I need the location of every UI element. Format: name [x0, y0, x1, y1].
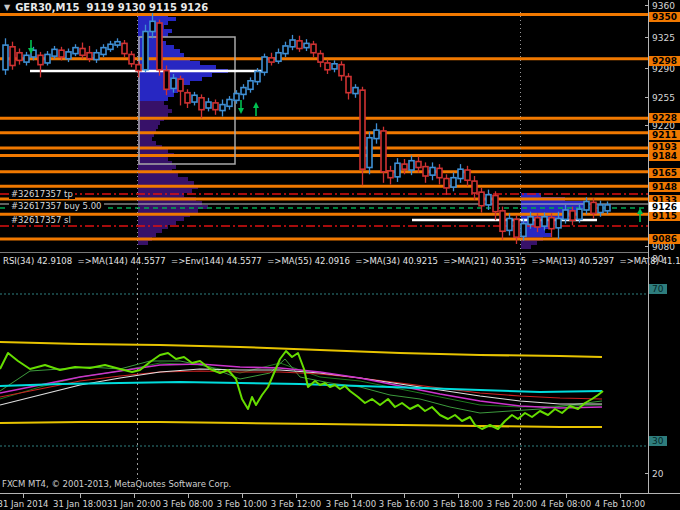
order-label[interactable]: #32617357 tp — [9, 190, 75, 199]
time-tick — [296, 494, 297, 498]
volume-profile-bar — [138, 209, 198, 213]
candle-body — [346, 77, 351, 93]
candle-body — [73, 48, 78, 54]
time-label: 3 Feb 08:00 — [163, 499, 213, 509]
axis-price-label: 9184 — [649, 151, 680, 161]
volume-profile-bar — [138, 217, 184, 221]
candle-body — [493, 196, 498, 212]
chart-menu-icon[interactable]: ▼ — [4, 3, 10, 12]
candle-body — [535, 218, 540, 227]
price-axis[interactable]: 9360935093259298929092559228922092119193… — [648, 0, 680, 493]
candle-body — [143, 32, 148, 70]
volume-profile-bar — [138, 229, 162, 233]
mt4-chart-window: ▼GER30,M15 9119 9130 9115 9126 #32617357… — [0, 0, 680, 510]
volume-profile-bar — [138, 73, 212, 77]
candle-body — [605, 205, 610, 211]
order-label[interactable]: #32617357 sl — [9, 216, 73, 225]
axis-price-label: 9298 — [649, 56, 680, 66]
volume-profile-bar — [138, 125, 158, 129]
time-tick — [23, 494, 24, 498]
rsi-indicator-panel[interactable]: RSI(34) 42.9108 =>MA(144) 44.5577 =>Env(… — [0, 252, 648, 493]
candle-body — [276, 53, 281, 62]
time-label: 3 Feb 10:00 — [217, 499, 267, 509]
candle-body — [52, 49, 57, 56]
volume-profile-bar — [138, 89, 178, 93]
candle-body — [486, 195, 491, 205]
axis-price-label: 80 — [649, 254, 680, 264]
trade-arrow-up-icon — [253, 102, 259, 108]
axis-price-label: 9165 — [649, 168, 680, 178]
candle-body — [66, 52, 71, 59]
price-chart-area[interactable]: ▼GER30,M15 9119 9130 9115 9126 #32617357… — [0, 0, 648, 252]
candle-body — [521, 224, 526, 237]
candle-body — [591, 202, 596, 213]
candle-body — [479, 192, 484, 206]
candle-body — [388, 171, 393, 178]
candle-body — [444, 179, 449, 188]
volume-profile-bar — [138, 189, 192, 193]
candle-body — [325, 63, 330, 70]
time-label: 31 Jan 18:00 — [53, 499, 107, 509]
volume-profile-bar — [138, 101, 164, 105]
time-label: 31 Jan 20:00 — [107, 499, 161, 509]
candle-body — [192, 95, 197, 102]
candle-body — [80, 49, 85, 56]
candle-body — [101, 48, 106, 55]
candle-body — [3, 45, 8, 70]
candle-body — [500, 211, 505, 231]
candle-body — [304, 43, 309, 47]
axis-price-label: 9350 — [649, 12, 680, 22]
candle-body — [213, 103, 218, 110]
candle-body — [584, 202, 589, 211]
candle-body — [318, 54, 323, 63]
candle-body — [255, 71, 260, 81]
candle-body — [297, 41, 302, 49]
candle-body — [122, 43, 127, 53]
candle-body — [269, 58, 274, 62]
volume-profile-bar — [138, 121, 160, 125]
candle-body — [598, 205, 603, 213]
candle-body — [290, 40, 295, 47]
chart-title: ▼GER30,M15 9119 9130 9115 9126 — [4, 1, 212, 13]
volume-profile-bar — [138, 77, 202, 81]
candle-body — [430, 168, 435, 176]
time-label: 4 Feb 08:00 — [541, 499, 591, 509]
copyright-label: FXCM MT4, © 2001-2013, MetaQuotes Softwa… — [2, 479, 231, 489]
candle-body — [17, 53, 22, 61]
volume-profile-bar — [138, 221, 176, 225]
volume-profile-bar — [138, 149, 168, 153]
indicator-line-env-lower — [0, 422, 602, 427]
volume-profile-bar — [138, 17, 176, 21]
trade-arrow-down-icon — [238, 108, 244, 114]
order-label[interactable]: #32617357 buy 5.00 — [9, 202, 104, 211]
candle-body — [227, 100, 232, 107]
candle-body — [556, 219, 561, 228]
time-label: 31 Jan 2014 — [0, 499, 48, 509]
rsi-plot[interactable] — [0, 253, 648, 492]
time-tick — [512, 494, 513, 498]
candle-body — [241, 88, 246, 95]
candle-body — [339, 65, 344, 76]
candle-body — [311, 44, 316, 53]
candle-body — [129, 54, 134, 63]
volume-profile-bar — [521, 241, 537, 245]
candle-body — [360, 90, 365, 169]
candle-body — [24, 55, 29, 62]
time-tick — [134, 494, 135, 498]
candle-body — [409, 161, 414, 170]
volume-profile-bar — [138, 105, 168, 109]
axis-price-label: 9360 — [649, 1, 680, 11]
candle-body — [563, 210, 568, 219]
candle-body — [199, 98, 204, 110]
candlestick-chart[interactable] — [0, 0, 648, 252]
time-tick — [404, 494, 405, 498]
candle-body — [248, 81, 253, 90]
time-label: 3 Feb 16:00 — [379, 499, 429, 509]
candle-body — [472, 181, 477, 193]
current-price-label: 9126 — [649, 202, 680, 212]
axis-price-label: 20 — [649, 469, 680, 479]
time-axis[interactable]: 31 Jan 201431 Jan 18:0031 Jan 20:003 Feb… — [0, 493, 680, 510]
volume-profile-bar — [138, 137, 152, 141]
candle-body — [164, 71, 169, 90]
axis-price-label: 9255 — [649, 93, 680, 103]
